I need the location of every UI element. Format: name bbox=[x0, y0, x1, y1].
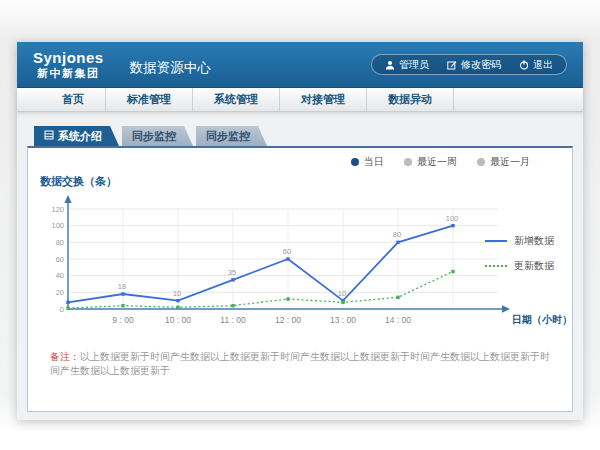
tab-label: 同步监控 bbox=[206, 129, 250, 144]
company-logo: Synjones 新中新集团 bbox=[33, 50, 104, 79]
nav-item-label: 数据异动 bbox=[388, 92, 432, 107]
svg-text:12 : 00: 12 : 00 bbox=[275, 315, 301, 325]
period-radio-label: 最近一周 bbox=[417, 155, 457, 169]
tab[interactable]: 同步监控 bbox=[122, 126, 193, 146]
main-page: Synjones 新中新集团 数据资源中心 管理员 修改密码 退出 bbox=[17, 42, 583, 420]
radio-dot-icon bbox=[404, 158, 412, 166]
nav-item[interactable]: 首页 bbox=[41, 88, 106, 111]
nav-item-label: 系统管理 bbox=[214, 92, 258, 107]
change-password-button[interactable]: 修改密码 bbox=[438, 58, 510, 72]
change-password-label: 修改密码 bbox=[461, 58, 501, 72]
svg-text:13 : 00: 13 : 00 bbox=[330, 315, 356, 325]
user-icon bbox=[385, 60, 395, 70]
logout-label: 退出 bbox=[533, 58, 553, 72]
svg-text:60: 60 bbox=[283, 247, 291, 256]
period-radio[interactable]: 当日 bbox=[351, 155, 384, 169]
tab-bar: 系统介绍 同步监控 同步监控 bbox=[34, 126, 573, 146]
svg-text:11 : 00: 11 : 00 bbox=[220, 315, 246, 325]
nav-item-label: 对接管理 bbox=[301, 92, 345, 107]
svg-text:40: 40 bbox=[56, 271, 64, 280]
logo-text: Synjones bbox=[33, 50, 104, 67]
content-area: 系统介绍 同步监控 同步监控 当日 最近一周 bbox=[17, 112, 583, 420]
svg-text:120: 120 bbox=[51, 205, 64, 214]
nav-item-label: 首页 bbox=[62, 92, 84, 107]
svg-text:9 : 00: 9 : 00 bbox=[112, 315, 134, 325]
svg-text:10 : 00: 10 : 00 bbox=[165, 315, 191, 325]
chart-panel: 当日 最近一周 最近一月 数据交换（条） 0204060801001209 : … bbox=[27, 146, 573, 412]
svg-text:14 : 00: 14 : 00 bbox=[385, 315, 411, 325]
svg-text:0: 0 bbox=[60, 305, 64, 314]
tab[interactable]: 系统介绍 bbox=[34, 126, 119, 146]
svg-text:100: 100 bbox=[446, 214, 459, 223]
svg-text:10: 10 bbox=[338, 289, 346, 298]
footnote-text: 以上数据更新于时间产生数据以上数据更新于时间产生数据以上数据更新于时间产生数据以… bbox=[50, 351, 550, 376]
tab-label: 同步监控 bbox=[132, 129, 176, 144]
tab[interactable]: 同步监控 bbox=[196, 126, 267, 146]
tab-label: 系统介绍 bbox=[58, 129, 102, 144]
radio-dot-icon bbox=[477, 158, 485, 166]
footnote-label: 备注： bbox=[50, 351, 80, 362]
svg-text:80: 80 bbox=[56, 238, 64, 247]
edit-icon bbox=[447, 60, 457, 70]
logout-button[interactable]: 退出 bbox=[510, 58, 562, 72]
period-radio-label: 最近一月 bbox=[490, 155, 530, 169]
current-user-label: 管理员 bbox=[399, 58, 429, 72]
svg-text:10: 10 bbox=[173, 289, 181, 298]
nav-list: 首页标准管理系统管理对接管理数据异动 bbox=[41, 88, 454, 111]
nav-item[interactable]: 数据异动 bbox=[367, 88, 454, 111]
legend-item: 更新数据 bbox=[485, 259, 554, 273]
period-radio-label: 当日 bbox=[364, 155, 384, 169]
logo-subtext: 新中新集团 bbox=[33, 67, 104, 79]
nav-item[interactable]: 对接管理 bbox=[280, 88, 367, 111]
svg-text:60: 60 bbox=[56, 255, 64, 264]
power-icon bbox=[519, 60, 529, 70]
y-axis-title: 数据交换（条） bbox=[40, 174, 572, 189]
document-icon bbox=[44, 130, 54, 142]
svg-text:80: 80 bbox=[393, 230, 401, 239]
page-title: 数据资源中心 bbox=[130, 59, 211, 77]
period-filter: 当日 最近一周 最近一月 bbox=[28, 154, 572, 170]
radio-dot-icon bbox=[351, 158, 359, 166]
svg-text:20: 20 bbox=[56, 288, 64, 297]
legend-label: 更新数据 bbox=[514, 259, 554, 273]
svg-text:18: 18 bbox=[118, 282, 126, 291]
svg-text:100: 100 bbox=[51, 221, 64, 230]
legend-label: 新增数据 bbox=[514, 234, 554, 248]
current-user-button[interactable]: 管理员 bbox=[376, 58, 438, 72]
legend-line-swatch bbox=[485, 240, 507, 242]
svg-text:日期（小时）: 日期（小时） bbox=[512, 314, 572, 325]
period-radio[interactable]: 最近一周 bbox=[404, 155, 457, 169]
app-header: Synjones 新中新集团 数据资源中心 管理员 修改密码 退出 bbox=[17, 42, 583, 88]
period-radio[interactable]: 最近一月 bbox=[477, 155, 530, 169]
chart-legend: 新增数据 更新数据 bbox=[485, 234, 554, 284]
nav-item-label: 标准管理 bbox=[127, 92, 171, 107]
main-navigation: 首页标准管理系统管理对接管理数据异动 bbox=[17, 88, 583, 112]
legend-line-swatch bbox=[485, 265, 507, 267]
nav-item[interactable]: 标准管理 bbox=[106, 88, 193, 111]
legend-item: 新增数据 bbox=[485, 234, 554, 248]
user-toolbar: 管理员 修改密码 退出 bbox=[371, 54, 567, 75]
svg-text:35: 35 bbox=[228, 268, 236, 277]
nav-item[interactable]: 系统管理 bbox=[193, 88, 280, 111]
footnote: 备注：以上数据更新于时间产生数据以上数据更新于时间产生数据以上数据更新于时间产生… bbox=[50, 350, 556, 378]
